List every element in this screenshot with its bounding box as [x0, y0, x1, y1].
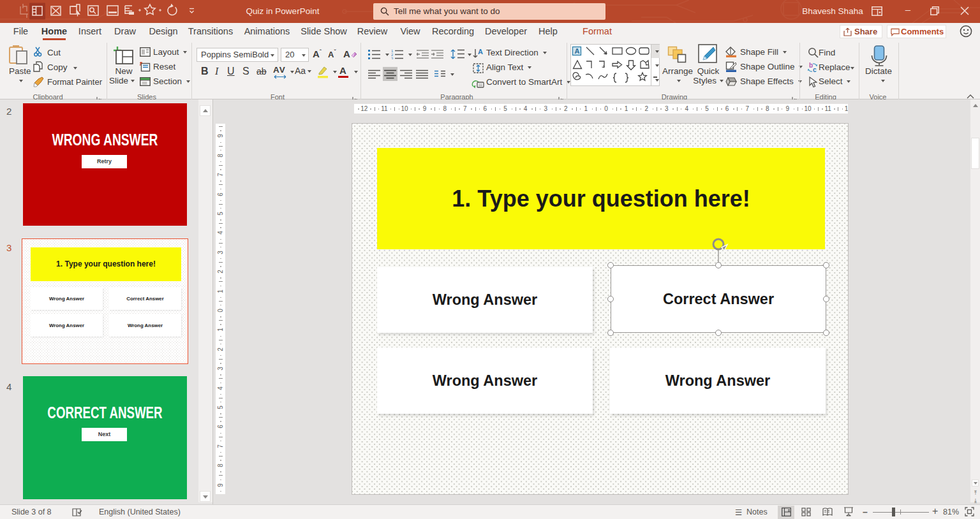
svg-text:A: A — [575, 47, 580, 55]
svg-text:c: c — [813, 66, 817, 73]
svg-text:3: 3 — [391, 57, 394, 60]
svg-text:A: A — [478, 48, 483, 55]
